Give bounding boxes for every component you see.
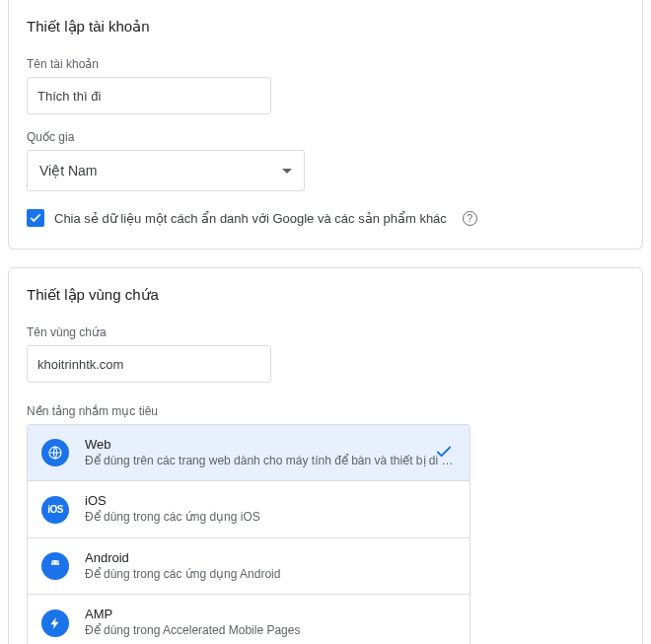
- platform-desc: Để dùng trong các ứng dụng Android: [85, 567, 456, 583]
- country-value: Việt Nam: [39, 163, 98, 179]
- platform-desc: Để dùng trong Accelerated Mobile Pages: [85, 623, 456, 639]
- platform-title: AMP: [85, 607, 456, 623]
- platform-item-android[interactable]: Android Để dùng trong các ứng dụng Andro…: [28, 537, 470, 594]
- platform-label: Nền tảng nhắm mục tiêu: [27, 404, 624, 418]
- platform-item-web[interactable]: Web Để dùng trên các trang web dành cho …: [28, 425, 470, 480]
- selected-check-icon: [434, 442, 454, 465]
- share-data-label: Chia sẻ dữ liệu một cách ẩn danh với Goo…: [54, 211, 447, 226]
- amp-icon: [41, 609, 69, 637]
- ios-icon: iOS: [41, 496, 69, 524]
- container-section-title: Thiết lập vùng chứa: [27, 286, 624, 304]
- android-icon: [41, 552, 69, 580]
- share-data-checkbox[interactable]: [27, 209, 44, 227]
- platform-desc: Để dùng trên các trang web dành cho máy …: [85, 454, 456, 469]
- account-setup-card: Thiết lập tài khoản Tên tài khoản Quốc g…: [8, 0, 643, 250]
- svg-point-1: [52, 562, 53, 563]
- share-data-row: Chia sẻ dữ liệu một cách ẩn danh với Goo…: [27, 209, 624, 227]
- account-name-label: Tên tài khoản: [27, 57, 624, 71]
- platform-text: Android Để dùng trong các ứng dụng Andro…: [85, 550, 456, 582]
- account-section-title: Thiết lập tài khoản: [27, 18, 624, 36]
- platform-list: Web Để dùng trên các trang web dành cho …: [27, 424, 470, 644]
- check-icon: [29, 211, 42, 225]
- chevron-down-icon: [282, 169, 292, 174]
- platform-text: iOS Để dùng trong các ứng dụng iOS: [85, 493, 456, 525]
- platform-text: Web Để dùng trên các trang web dành cho …: [85, 437, 456, 468]
- platform-item-amp[interactable]: AMP Để dùng trong Accelerated Mobile Pag…: [28, 594, 470, 644]
- platform-title: Android: [85, 550, 456, 567]
- container-setup-card: Thiết lập vùng chứa Tên vùng chứa Nền tả…: [8, 267, 643, 644]
- help-icon[interactable]: ?: [463, 211, 477, 226]
- web-icon: [41, 439, 69, 466]
- country-label: Quốc gia: [27, 130, 624, 144]
- platform-text: AMP Để dùng trong Accelerated Mobile Pag…: [85, 607, 456, 638]
- platform-item-ios[interactable]: iOS iOS Để dùng trong các ứng dụng iOS: [28, 480, 470, 537]
- platform-title: iOS: [85, 493, 456, 510]
- container-name-input[interactable]: [27, 345, 271, 383]
- container-name-label: Tên vùng chứa: [27, 325, 624, 339]
- account-name-input[interactable]: [27, 77, 271, 114]
- platform-title: Web: [85, 437, 456, 454]
- svg-point-2: [56, 562, 57, 563]
- country-select[interactable]: Việt Nam: [27, 150, 305, 191]
- platform-desc: Để dùng trong các ứng dụng iOS: [85, 510, 456, 526]
